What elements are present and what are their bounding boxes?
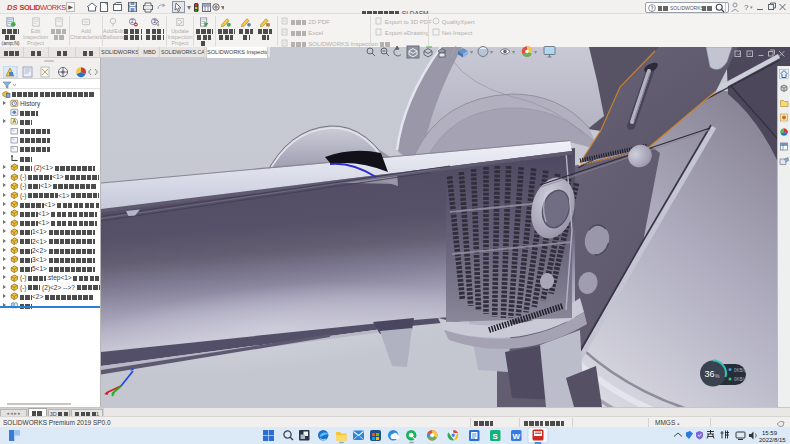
svg-text:36: 36 <box>705 369 715 379</box>
svg-text:?: ? <box>744 3 749 12</box>
svg-text:2022/8/15: 2022/8/15 <box>759 437 786 443</box>
svg-text:▾: ▾ <box>187 3 191 12</box>
svg-text:0KB/s: 0KB/s <box>734 377 747 382</box>
svg-text:▾: ▾ <box>534 49 537 55</box>
svg-text:▾: ▾ <box>512 49 515 55</box>
svg-text:W: W <box>513 432 521 441</box>
svg-text:▾: ▾ <box>470 49 473 55</box>
svg-text:%: % <box>715 373 720 379</box>
svg-text:▾: ▾ <box>221 3 224 12</box>
svg-text:S: S <box>492 432 498 441</box>
svg-text:▾: ▾ <box>490 49 493 55</box>
svg-text:0KB/s: 0KB/s <box>734 368 747 373</box>
svg-text:▾: ▾ <box>750 4 753 10</box>
svg-text:15:59: 15:59 <box>762 430 778 436</box>
